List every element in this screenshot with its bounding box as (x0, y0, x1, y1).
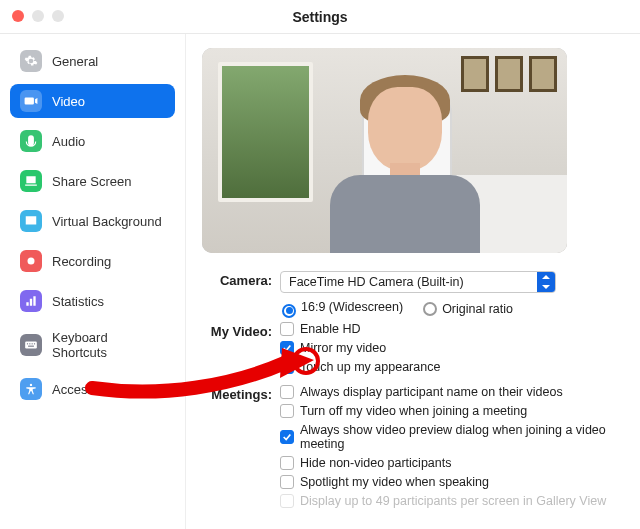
sidebar-item-label: General (52, 54, 98, 69)
show-preview-dialog-checkbox[interactable]: Always show video preview dialog when jo… (280, 423, 624, 451)
statistics-icon (20, 290, 42, 312)
aspect-ratio-wide-radio[interactable]: 16:9 (Widescreen) (282, 300, 403, 315)
audio-icon (20, 130, 42, 152)
checkbox-icon (280, 385, 294, 399)
sidebar-item-recording[interactable]: Recording (10, 244, 175, 278)
svg-rect-6 (28, 346, 34, 347)
sidebar-item-label: Statistics (52, 294, 104, 309)
window-title: Settings (292, 9, 347, 25)
checkbox-icon (280, 475, 294, 489)
spotlight-checkbox[interactable]: Spotlight my video when speaking (280, 475, 624, 489)
settings-panel-video: Camera: FaceTime HD Camera (Built-in) 16… (186, 34, 640, 529)
share-icon (20, 170, 42, 192)
checkbox-icon (280, 456, 294, 470)
sidebar-item-accessibility[interactable]: Accessibility (10, 372, 175, 406)
accessibility-icon (20, 378, 42, 400)
svg-rect-3 (29, 343, 30, 344)
sidebar-item-label: Accessibility (52, 382, 123, 397)
svg-point-7 (30, 384, 32, 386)
titlebar: Settings (0, 0, 640, 34)
aspect-ratio-original-radio[interactable]: Original ratio (423, 299, 513, 316)
sidebar-item-label: Video (52, 94, 85, 109)
camera-select-value: FaceTime HD Camera (Built-in) (289, 275, 464, 289)
sidebar-item-label: Audio (52, 134, 85, 149)
svg-rect-1 (25, 342, 37, 349)
chevron-up-down-icon (537, 272, 555, 292)
sidebar-item-audio[interactable]: Audio (10, 124, 175, 158)
checkbox-icon (280, 494, 294, 508)
gear-icon (20, 50, 42, 72)
svg-rect-2 (27, 343, 28, 344)
checkbox-label: Enable HD (300, 322, 360, 336)
window-controls (12, 10, 64, 22)
radio-icon (423, 302, 437, 316)
camera-section-label: Camera: (202, 271, 280, 288)
my-video-section-label: My Video: (202, 322, 280, 339)
svg-rect-5 (34, 343, 35, 344)
checkbox-label: Spotlight my video when speaking (300, 475, 489, 489)
sidebar-item-label: Share Screen (52, 174, 132, 189)
recording-icon (20, 250, 42, 272)
checkbox-label: Touch up my appearance (300, 360, 440, 374)
svg-rect-4 (32, 343, 33, 344)
enable-hd-checkbox[interactable]: Enable HD (280, 322, 624, 336)
sidebar-item-general[interactable]: General (10, 44, 175, 78)
sidebar-item-share-screen[interactable]: Share Screen (10, 164, 175, 198)
settings-sidebar: General Video Audio Share Screen Virtual (0, 34, 186, 529)
checkbox-label: Display up to 49 participants per screen… (300, 494, 606, 508)
sidebar-item-virtual-background[interactable]: Virtual Background (10, 204, 175, 238)
checkbox-label: Always display participant name on their… (300, 385, 563, 399)
svg-point-0 (28, 258, 35, 265)
checkbox-icon (280, 341, 294, 355)
background-icon (20, 210, 42, 232)
camera-select[interactable]: FaceTime HD Camera (Built-in) (280, 271, 556, 293)
sidebar-item-label: Keyboard Shortcuts (52, 330, 165, 360)
checkbox-icon (280, 322, 294, 336)
checkbox-icon (280, 430, 294, 444)
radio-label: 16:9 (Widescreen) (301, 300, 403, 314)
close-window-button[interactable] (12, 10, 24, 22)
checkbox-icon (280, 404, 294, 418)
video-icon (20, 90, 42, 112)
checkbox-label: Mirror my video (300, 341, 386, 355)
show-participant-names-checkbox[interactable]: Always display participant name on their… (280, 385, 624, 399)
checkbox-label: Hide non-video participants (300, 456, 451, 470)
maximize-window-button[interactable] (52, 10, 64, 22)
camera-preview (202, 48, 567, 253)
sidebar-item-label: Recording (52, 254, 111, 269)
meetings-section-label: Meetings: (202, 385, 280, 402)
mirror-video-checkbox[interactable]: Mirror my video (280, 341, 624, 355)
sidebar-item-label: Virtual Background (52, 214, 162, 229)
sidebar-item-statistics[interactable]: Statistics (10, 284, 175, 318)
turn-off-video-on-join-checkbox[interactable]: Turn off my video when joining a meeting (280, 404, 624, 418)
touch-up-appearance-checkbox[interactable]: Touch up my appearance (280, 360, 624, 374)
checkbox-label: Turn off my video when joining a meeting (300, 404, 527, 418)
sidebar-item-keyboard-shortcuts[interactable]: Keyboard Shortcuts (10, 324, 175, 366)
checkbox-icon (280, 360, 294, 374)
hide-non-video-checkbox[interactable]: Hide non-video participants (280, 456, 624, 470)
radio-label: Original ratio (442, 302, 513, 316)
sidebar-item-video[interactable]: Video (10, 84, 175, 118)
radio-icon (282, 304, 296, 318)
checkbox-label: Always show video preview dialog when jo… (300, 423, 624, 451)
gallery-49-checkbox: Display up to 49 participants per screen… (280, 494, 624, 508)
minimize-window-button[interactable] (32, 10, 44, 22)
keyboard-icon (20, 334, 42, 356)
